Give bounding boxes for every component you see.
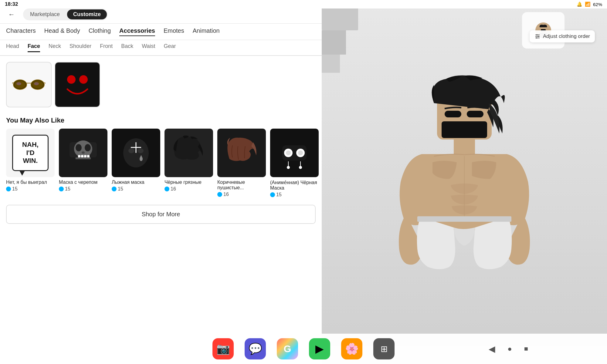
rec-brownhair-img: [217, 129, 266, 177]
tab-marketplace[interactable]: Marketplace: [24, 9, 66, 19]
marketplace-customize-tabs: Marketplace Customize: [23, 8, 108, 20]
subtab-waist[interactable]: Waist: [142, 43, 155, 52]
svg-point-36: [299, 166, 302, 169]
sunglasses-svg: [12, 77, 46, 92]
svg-rect-20: [76, 157, 91, 159]
svg-point-45: [536, 37, 537, 39]
google-app-icon[interactable]: G: [277, 338, 298, 359]
robux-icon-skull: [59, 187, 64, 191]
subtab-gear[interactable]: Gear: [164, 43, 176, 52]
cat-animation[interactable]: Animation: [193, 27, 220, 36]
play-app-icon[interactable]: ▶: [309, 338, 330, 359]
subtab-back[interactable]: Back: [121, 43, 133, 52]
battery-display: 62%: [593, 2, 602, 7]
nav-home-button[interactable]: ●: [507, 345, 512, 353]
skull-svg: [66, 136, 100, 170]
nah-bubble: NAH,I'DWIN.: [12, 135, 49, 171]
svg-point-41: [536, 34, 537, 35]
photos-app-icon[interactable]: 🌸: [341, 338, 362, 359]
rec-ski[interactable]: Лыжная маска 15: [112, 129, 160, 197]
rec-nah-img: NAH,I'DWIN.: [6, 129, 55, 177]
rec-brownhair[interactable]: Коричневые пушистые... 16: [217, 129, 266, 197]
rec-nah-price: 15: [6, 186, 55, 192]
bg-cube-2: [322, 30, 346, 55]
ski-display: [118, 135, 154, 171]
rec-brownhair-name: Коричневые пушистые...: [217, 180, 266, 190]
cat-accessories[interactable]: Accessories: [119, 27, 155, 36]
camera-app-icon[interactable]: 📷: [212, 338, 234, 359]
subtab-neck[interactable]: Neck: [49, 43, 61, 52]
grid-icon-symbol: ⊞: [381, 344, 388, 354]
rec-blackhair-price-val: 16: [171, 186, 176, 192]
equipped-items-grid: [0, 56, 322, 113]
rec-ski-name: Лыжная маска: [112, 180, 160, 185]
robux-icon-ski: [112, 187, 117, 191]
rec-nah-name: Нет, я бы выиграл: [6, 180, 55, 185]
svg-point-9: [67, 75, 76, 84]
status-icons: 🔔 📶 62%: [577, 2, 602, 7]
blackhair-display: [171, 135, 207, 171]
adjust-clothing-button[interactable]: Adjust clothing order: [530, 30, 595, 42]
recommendations-list: NAH,I'DWIN. Нет, я бы выиграл 15: [0, 129, 322, 197]
status-bar: 18:32 🔔 📶 62%: [0, 0, 607, 8]
svg-point-13: [76, 144, 82, 151]
play-icon-symbol: ▶: [315, 342, 324, 355]
category-nav: Characters Head & Body Clothing Accessor…: [0, 24, 322, 40]
back-button[interactable]: ←: [6, 9, 17, 20]
brownhair-svg: [223, 135, 260, 171]
equipped-sunglasses[interactable]: [6, 62, 52, 107]
photos-icon-symbol: 🌸: [345, 342, 359, 355]
smiley-display: [55, 62, 100, 107]
time-display: 18:32: [5, 1, 18, 7]
skull-display: [65, 135, 101, 171]
cat-emotes[interactable]: Emotes: [164, 27, 184, 36]
camera-icon-symbol: 📷: [216, 342, 230, 355]
svg-line-6: [44, 83, 46, 84]
smiley-svg: [61, 68, 94, 101]
google-icon-symbol: G: [284, 343, 291, 355]
subtab-face[interactable]: Face: [28, 43, 40, 52]
section-title-recommendations: You May Also Like: [0, 113, 322, 129]
subtab-front[interactable]: Front: [100, 43, 113, 52]
rec-animemask-img: [270, 129, 319, 177]
rec-animemask-price-val: 15: [276, 192, 282, 197]
rec-skull-price: 15: [59, 186, 107, 192]
rec-skull[interactable]: Маска с черепом 15: [59, 129, 107, 197]
rec-ski-price: 15: [112, 186, 160, 192]
grid-app-icon[interactable]: ⊞: [373, 338, 395, 359]
robux-icon-brownhair: [217, 192, 222, 197]
rec-nah[interactable]: NAH,I'DWIN. Нет, я бы выиграл 15: [6, 129, 55, 197]
shop-more-button[interactable]: Shop for More: [6, 205, 316, 224]
svg-point-31: [286, 150, 291, 155]
subtab-shoulder[interactable]: Shoulder: [70, 43, 91, 52]
svg-rect-48: [445, 111, 461, 117]
rec-ski-price-val: 15: [118, 186, 123, 192]
svg-point-32: [298, 150, 303, 155]
svg-rect-49: [467, 111, 483, 117]
left-panel: ← Marketplace Customize Characters Head …: [0, 0, 322, 364]
tab-customize[interactable]: Customize: [67, 9, 107, 19]
bottom-nav-controls: ◀ ● ■: [489, 344, 528, 354]
nav-back-button[interactable]: ◀: [489, 344, 495, 354]
rec-animemask-price: 15: [270, 192, 319, 197]
subtab-head[interactable]: Head: [6, 43, 19, 52]
right-panel: Adjust clothing order: [322, 0, 607, 346]
cat-head-body[interactable]: Head & Body: [44, 27, 80, 36]
rec-animemask[interactable]: (Аниме́нная) Чёрная Маска 15: [270, 129, 319, 197]
chat-app-icon[interactable]: 💬: [245, 338, 266, 359]
svg-point-35: [287, 166, 290, 169]
nav-recent-button[interactable]: ■: [524, 345, 528, 353]
svg-point-15: [82, 151, 85, 154]
robux-icon-blackhair: [164, 187, 169, 191]
cat-clothing[interactable]: Clothing: [89, 27, 111, 36]
rec-ski-img: [112, 129, 160, 177]
rec-blackhair[interactable]: Чёрные грязные 16: [164, 129, 213, 197]
svg-point-7: [16, 82, 21, 85]
animemask-display: [276, 135, 313, 171]
rec-brownhair-price: 16: [217, 192, 266, 197]
sub-tabs: Head Face Neck Shoulder Front Back Waist…: [0, 40, 322, 56]
svg-point-24: [128, 148, 134, 153]
equipped-smiley-mask[interactable]: [55, 62, 100, 107]
cat-characters[interactable]: Characters: [6, 27, 36, 36]
sunglasses-display: [7, 62, 51, 107]
